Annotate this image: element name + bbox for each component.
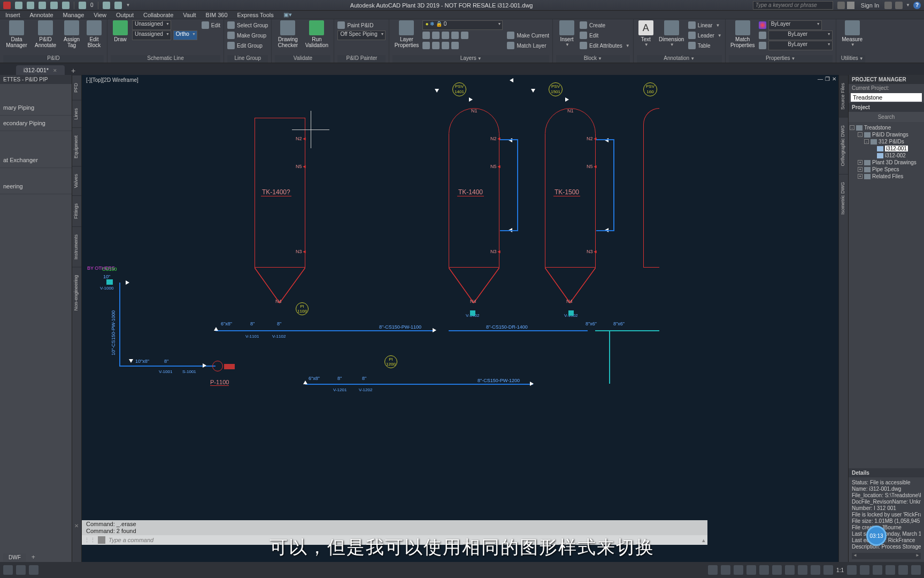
- qat-extra-icon[interactable]: [103, 2, 110, 9]
- menu-insert[interactable]: Insert: [5, 12, 20, 18]
- data-manager-button[interactable]: DataManager: [3, 20, 30, 48]
- vtab-non-eng[interactable]: Non-engineering: [72, 267, 81, 318]
- tree-file-i312-001[interactable]: i312-001: [850, 145, 923, 152]
- snap-toggle[interactable]: [29, 565, 38, 575]
- pi-1100[interactable]: PI1100: [296, 302, 309, 315]
- linear-dim-button[interactable]: Linear▼: [688, 20, 722, 30]
- vtab-source-files[interactable]: Source Files: [839, 75, 848, 117]
- pid-annotate-button[interactable]: P&IDAnnotate: [32, 20, 59, 48]
- line-type-dropdown-2[interactable]: Unassigned: [132, 31, 171, 40]
- drawing-canvas[interactable]: [-][Top][2D Wireframe] — ❐ ✕ TK-1400? N2…: [82, 75, 838, 562]
- menu-collaborate[interactable]: Collaborate: [143, 12, 173, 18]
- menu-vault[interactable]: Vault: [183, 12, 196, 18]
- cyan-pipe-1[interactable]: [595, 330, 659, 331]
- palette-item-engineering[interactable]: neering: [0, 179, 72, 194]
- a360-icon[interactable]: [895, 2, 903, 9]
- create-block-button[interactable]: Create: [580, 20, 630, 30]
- pipe-pw1200[interactable]: [305, 384, 533, 385]
- qat-share-icon[interactable]: [114, 2, 122, 9]
- menu-output[interactable]: Output: [116, 12, 134, 18]
- restore-viewport-icon[interactable]: ❐: [825, 76, 830, 82]
- menu-overflow-icon[interactable]: ▣▾: [283, 11, 292, 18]
- layer-icon-5[interactable]: [461, 32, 468, 39]
- status-icon-11[interactable]: [847, 565, 857, 575]
- status-scale[interactable]: 1:1: [836, 567, 844, 573]
- status-icon-12[interactable]: [860, 565, 869, 575]
- layer-icon-1[interactable]: [422, 32, 430, 39]
- status-icon-3[interactable]: [734, 565, 743, 575]
- paint-pid-button[interactable]: Paint P&ID: [337, 20, 386, 30]
- help-search-input[interactable]: Type a keyword or phrase: [753, 1, 833, 10]
- vessel-tk1500[interactable]: [545, 108, 596, 268]
- file-tab-active[interactable]: i312-001*✕: [16, 65, 65, 75]
- pipe-pw1100[interactable]: [215, 330, 435, 331]
- valve-v1502-icon[interactable]: [568, 310, 574, 316]
- edit-block-button2[interactable]: Edit: [580, 31, 630, 40]
- dimension-button[interactable]: Dimension▼: [657, 20, 686, 47]
- psv-1401[interactable]: PSV1401: [452, 82, 466, 96]
- app-menu-icon[interactable]: [3, 2, 11, 9]
- pi-1200[interactable]: PI1200: [384, 355, 397, 368]
- valve-v1000-icon[interactable]: [106, 279, 113, 285]
- cmd-handle-icon[interactable]: ⋮⋮: [84, 537, 96, 544]
- layer-dropdown[interactable]: ● ❄ 🔒 0: [422, 20, 503, 30]
- lineweight-dropdown[interactable]: ByLayer: [768, 31, 833, 40]
- status-icon-13[interactable]: [873, 565, 882, 575]
- status-icon-4[interactable]: [746, 565, 756, 575]
- line-b-v[interactable]: [517, 139, 518, 230]
- leader-button[interactable]: Leader▼: [688, 31, 722, 40]
- signin-link[interactable]: Sign In: [861, 2, 879, 9]
- menu-express[interactable]: Express Tools: [237, 12, 274, 18]
- collapse-icon[interactable]: -: [850, 125, 854, 130]
- collapse-icon[interactable]: -: [864, 139, 869, 144]
- palette-item-heat-exchanger[interactable]: at Exchanger: [0, 153, 72, 168]
- offspec-dropdown[interactable]: Off Spec Piping: [337, 31, 386, 40]
- tree-pipespecs[interactable]: +Pipe Specs: [850, 166, 923, 173]
- psv-1501[interactable]: PSV1501: [549, 82, 563, 96]
- redo-icon[interactable]: [62, 2, 70, 9]
- status-icon-8[interactable]: [798, 565, 807, 575]
- drawing-checker-button[interactable]: DrawingChecker: [275, 20, 301, 48]
- pipe-to-pump[interactable]: [119, 366, 215, 367]
- line-c-n3[interactable]: [596, 230, 614, 231]
- ortho-toggle[interactable]: Ortho: [173, 31, 197, 40]
- model-button[interactable]: [3, 565, 13, 575]
- new-tab-button[interactable]: +: [68, 66, 79, 75]
- status-icon-16[interactable]: [911, 565, 921, 575]
- pipe-pw1000-v[interactable]: [119, 283, 120, 366]
- vtab-instruments[interactable]: Instruments: [72, 226, 81, 267]
- menu-manage[interactable]: Manage: [63, 12, 84, 18]
- close-viewport-icon[interactable]: ✕: [832, 76, 836, 82]
- help-icon[interactable]: ?: [913, 2, 921, 9]
- layer-icon-7[interactable]: [432, 42, 440, 49]
- linetype-dropdown[interactable]: ByLayer: [768, 41, 833, 50]
- layer-icon-9[interactable]: [451, 42, 459, 49]
- tree-file-i312-002[interactable]: i312-002: [850, 152, 923, 159]
- status-icon-1[interactable]: [708, 565, 718, 575]
- edit-block-button[interactable]: EditBlock: [84, 20, 104, 48]
- status-icon-14[interactable]: [886, 565, 895, 575]
- vtab-fittings[interactable]: Fittings: [72, 195, 81, 226]
- cmd-expand-icon[interactable]: ▴: [702, 537, 705, 544]
- status-icon-15[interactable]: [898, 565, 908, 575]
- draw-line-button[interactable]: Draw: [111, 20, 130, 42]
- exchange-icon[interactable]: [884, 2, 892, 9]
- close-tab-icon[interactable]: ✕: [53, 68, 57, 73]
- edit-line-button[interactable]: Edit: [202, 20, 220, 30]
- pump-p1100-icon[interactable]: [212, 361, 223, 371]
- vessel-tk1400[interactable]: [449, 108, 499, 268]
- vessel-partial[interactable]: [643, 108, 659, 268]
- collapse-icon[interactable]: -: [858, 132, 863, 137]
- edit-attr-button[interactable]: Edit Attributes▼: [580, 41, 630, 50]
- palette-item-secondary-piping[interactable]: econdary Piping: [0, 116, 72, 131]
- status-icon-7[interactable]: [785, 565, 795, 575]
- layer-icon-8[interactable]: [442, 42, 449, 49]
- new-icon[interactable]: [15, 2, 22, 9]
- tree-pid[interactable]: -P&ID Drawings: [850, 131, 923, 138]
- layout-tab-dwf[interactable]: DWF: [3, 553, 26, 561]
- make-current-button[interactable]: Make Current: [507, 31, 549, 40]
- text-button[interactable]: AText▼: [637, 20, 655, 47]
- minimize-viewport-icon[interactable]: —: [818, 76, 823, 82]
- status-icon-10[interactable]: [823, 565, 833, 575]
- line-b-n2[interactable]: [500, 139, 518, 140]
